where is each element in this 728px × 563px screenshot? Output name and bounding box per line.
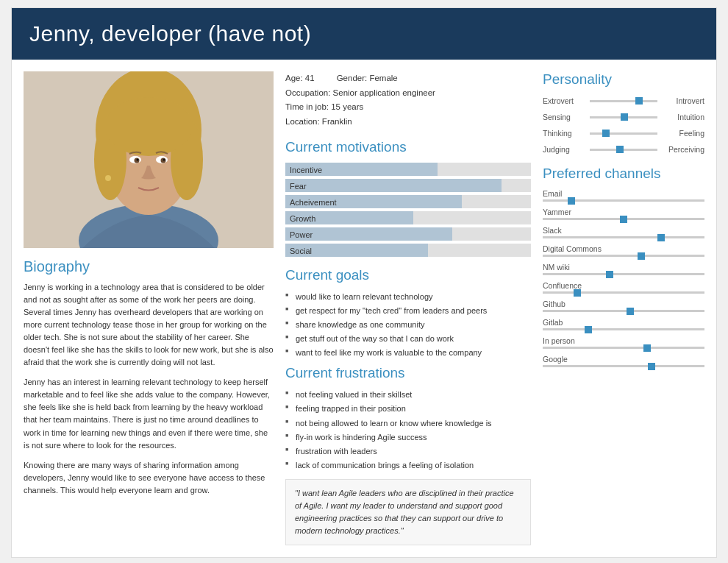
trait-right-label: Introvert [662, 96, 704, 105]
frustration-item: not being allowed to learn or know where… [285, 417, 531, 430]
motivation-bar-label: Fear [290, 180, 307, 193]
motivation-bar-bg: Social [285, 244, 531, 257]
channel-track [543, 273, 704, 275]
channel-thumb [585, 326, 592, 333]
goal-item: get respect for my "tech cred" from lead… [285, 305, 531, 317]
motivation-bar-bg: Acheivement [285, 195, 531, 208]
channel-label: Google [543, 355, 704, 364]
channel-track [543, 199, 704, 202]
channel-thumb [638, 252, 645, 260]
biography-para3: Knowing there are many ways of sharing i… [24, 459, 274, 497]
channel-row: Email [543, 189, 704, 202]
motivation-bar-label: Acheivement [290, 196, 337, 209]
quote-box: "I want lean Agile leaders who are disci… [285, 479, 531, 545]
personality-trait-row: Sensing Intuition [543, 113, 704, 121]
main-content: Biography Jenny is working in a technolo… [12, 60, 716, 557]
channel-thumb [643, 344, 651, 352]
motivation-bar: Social [285, 244, 531, 257]
personality-track [590, 116, 657, 118]
motivation-bar: Fear [285, 179, 531, 192]
channel-label: Confluence [543, 281, 704, 290]
personality-track [590, 149, 657, 151]
channel-label: Digital Commons [543, 244, 704, 253]
location-label: Location: Franklin [285, 115, 531, 130]
trait-right-label: Perceiving [662, 145, 704, 154]
channel-label: In person [543, 336, 704, 345]
frustrations-list: not feeling valued in their skillsetfeel… [285, 389, 531, 471]
svg-point-13 [137, 159, 139, 161]
motivations-bars: Incentive Fear Acheivement Growth Power … [285, 163, 531, 257]
motivation-bar-label: Growth [290, 212, 315, 225]
personality-title: Personality [543, 71, 704, 88]
goal-item: share knowledge as one community [285, 319, 531, 331]
personality-trait-row: Extrovert Introvert [543, 96, 704, 105]
frustration-item: feeling trapped in their position [285, 403, 531, 415]
trait-right-label: Feeling [662, 129, 704, 138]
personality-trait-row: Thinking Feeling [543, 129, 704, 138]
header: Jenny, developer (have not) [12, 8, 716, 60]
frustration-item: lack of communication brings a feeling o… [285, 459, 531, 472]
motivation-bar-label: Social [290, 244, 312, 258]
goals-title: Current goals [285, 267, 531, 283]
svg-point-8 [104, 97, 193, 156]
channel-track [543, 347, 704, 349]
time-in-job-label: Time in job: 15 years [285, 100, 531, 115]
channel-track [543, 328, 704, 330]
biography-para1: Jenny is working in a technology area th… [24, 281, 274, 369]
personality-track [590, 132, 657, 135]
page-title: Jenny, developer (have not) [29, 21, 699, 46]
channel-label: NM wiki [543, 263, 704, 272]
channel-track [543, 255, 704, 257]
channel-row: Github [543, 300, 704, 312]
occupation-label: Occupation: Senior application engineer [285, 86, 531, 101]
trait-left-label: Judging [543, 145, 585, 154]
trait-left-label: Extrovert [543, 96, 585, 105]
personality-thumb [635, 97, 643, 105]
channel-track [543, 218, 704, 220]
channel-row: Google [543, 355, 704, 367]
goals-list: would like to learn relevant technologyg… [285, 291, 531, 359]
motivation-bar-bg: Fear [285, 179, 531, 192]
frustration-item: fly-in work is hindering Agile success [285, 431, 531, 444]
motivation-bar-fill [285, 179, 502, 192]
personality-thumb [616, 146, 624, 153]
channel-thumb [648, 363, 655, 370]
channel-row: Slack [543, 226, 704, 238]
personality-trait-row: Judging Perceiving [543, 145, 704, 154]
frustration-item: frustration with leaders [285, 445, 531, 458]
channel-row: Yammer [543, 208, 704, 220]
frustration-item: not feeling valued in their skillset [285, 389, 531, 401]
personality-track [590, 100, 657, 102]
goal-item: want to feel like my work is valuable to… [285, 347, 531, 359]
motivation-bar: Incentive [285, 163, 531, 176]
channel-row: Digital Commons [543, 244, 704, 257]
channel-track [543, 236, 704, 238]
channel-track [543, 310, 704, 312]
channel-row: NM wiki [543, 263, 704, 275]
channel-row: In person [543, 336, 704, 349]
channel-row: Gitlab [543, 318, 704, 330]
motivation-bar: Power [285, 227, 531, 241]
left-column: Biography Jenny is working in a technolo… [24, 71, 274, 545]
info-line-1: Age: 41 Gender: Female [285, 71, 531, 86]
channel-thumb [606, 271, 613, 278]
channel-thumb [627, 308, 634, 315]
channel-label: Github [543, 300, 704, 308]
channel-thumb [657, 234, 665, 241]
channel-row: Confluence [543, 281, 704, 294]
biography-title: Biography [24, 258, 274, 275]
motivation-bar: Growth [285, 211, 531, 224]
channel-list: Email Yammer Slack Digital Commons NM wi… [543, 189, 704, 367]
motivation-bar-label: Incentive [290, 163, 322, 177]
channel-track [543, 365, 704, 367]
channels-title: Preferred channels [543, 166, 704, 182]
svg-point-14 [163, 159, 165, 161]
persona-card: Jenny, developer (have not) [11, 7, 717, 558]
svg-point-15 [105, 175, 111, 181]
gender-label: Gender: Female [337, 71, 398, 86]
motivations-title: Current motivations [285, 139, 531, 155]
personality-thumb [602, 130, 610, 137]
frustrations-title: Current frustrations [285, 365, 531, 381]
channel-thumb [620, 216, 627, 223]
middle-column: Age: 41 Gender: Female Occupation: Senio… [285, 71, 531, 545]
